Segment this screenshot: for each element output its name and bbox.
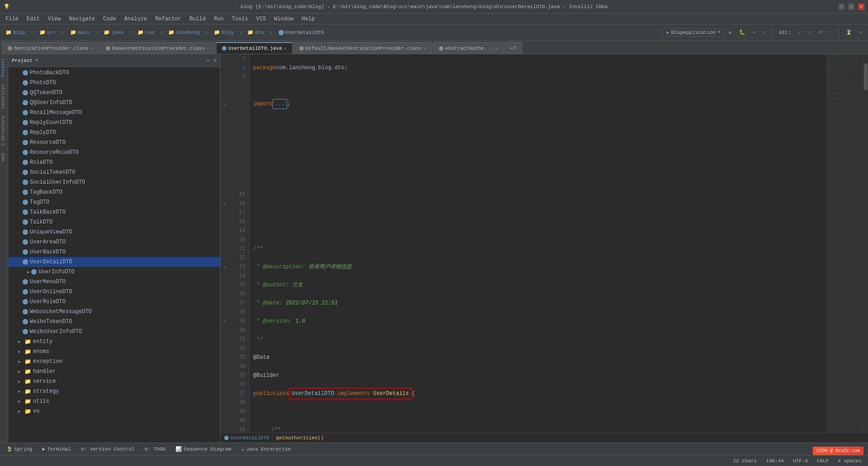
tree-item-weibouserinfodto[interactable]: WeiboUserInfoDTO bbox=[8, 327, 220, 337]
tree-item-tagbackdto[interactable]: TagBackDTO bbox=[8, 187, 220, 197]
scrollbar-thumb[interactable] bbox=[864, 63, 868, 90]
tree-item-userroledto[interactable]: UserRoleDTO bbox=[8, 297, 220, 307]
tree-item-userdetaildto[interactable]: UserDetailDTO bbox=[8, 257, 220, 267]
tab-more[interactable]: +7 bbox=[505, 42, 522, 54]
project-dropdown[interactable]: ▼ bbox=[35, 58, 38, 63]
tab-userdetail[interactable]: UserDetailDTO.java ✕ bbox=[216, 42, 292, 54]
status-chars[interactable]: 22 chars bbox=[730, 458, 760, 464]
tree-item-uniqueviewdto[interactable]: UniqueViewDTO bbox=[8, 227, 220, 237]
tab-defaultjaas[interactable]: DefaultJaasAuthenticationProvider.class … bbox=[293, 42, 432, 54]
tree-item-qqtokendto[interactable]: QQTokenDTO bbox=[8, 88, 220, 98]
tab-close-abstractauthe[interactable]: ✕ bbox=[495, 46, 498, 51]
history-button[interactable]: ⌛ bbox=[843, 28, 855, 37]
tree-folder-vo[interactable]: ▶ 📁 vo bbox=[8, 406, 220, 416]
tree-item-replydto[interactable]: ReplyDTO bbox=[8, 128, 220, 138]
bottom-tab-spring[interactable]: 🍃 Spring bbox=[2, 445, 37, 453]
tree-item-recallmessagedto[interactable]: RecallMessageDTO bbox=[8, 108, 220, 118]
tree-item-socialtokendto[interactable]: SocialTokenDTO bbox=[8, 167, 220, 177]
debug-button[interactable]: 🐛 bbox=[736, 28, 748, 37]
menu-item-analyze[interactable]: Analyze bbox=[121, 15, 151, 23]
minimap[interactable]: package com.lansheng.blog.dto; import ..… bbox=[826, 54, 863, 433]
toolbar-com[interactable]: 📁com bbox=[135, 28, 157, 37]
menu-item-vcs[interactable]: VCS bbox=[253, 15, 270, 23]
menu-item-view[interactable]: View bbox=[44, 15, 65, 23]
minimize-button[interactable]: ─ bbox=[838, 4, 844, 10]
tree-folder-utils[interactable]: ▶ 📁 utils bbox=[8, 396, 220, 406]
toolbar-blog2[interactable]: 📁blog bbox=[211, 28, 236, 37]
vcs-update[interactable]: ⟳ bbox=[816, 28, 826, 37]
vcs-push[interactable]: ↑ bbox=[827, 29, 836, 37]
tab-close-hentication[interactable]: ✕ bbox=[90, 46, 93, 51]
toolbar-main[interactable]: 📁main bbox=[67, 28, 92, 37]
tree-item-talkbackdto[interactable]: TalkBackDTO bbox=[8, 207, 220, 217]
tree-folder-handler[interactable]: ▶ 📁 handler bbox=[8, 366, 220, 376]
tree-folder-service[interactable]: ▶ 📁 service bbox=[8, 376, 220, 386]
menu-item-build[interactable]: Build bbox=[186, 15, 209, 23]
status-encoding[interactable]: UTF-8 bbox=[790, 458, 811, 464]
tab-close-dao[interactable]: ✕ bbox=[207, 46, 209, 51]
breadcrumb-method[interactable]: getAuthorities() bbox=[276, 435, 324, 441]
tree-item-userbackdto[interactable]: UserBackDTO bbox=[8, 247, 220, 257]
close-button[interactable]: ✕ bbox=[858, 4, 864, 10]
tree-item-useronlinedto[interactable]: UserOnlineDTO bbox=[8, 287, 220, 297]
status-line-sep[interactable]: CRLF bbox=[814, 458, 831, 464]
vcs-check1[interactable]: ✓ bbox=[796, 28, 804, 37]
toolbar-src[interactable]: 📁src bbox=[37, 28, 59, 37]
tree-item-resourceroledto[interactable]: ResourceRoleDTO bbox=[8, 147, 220, 157]
bottom-tab-vcs[interactable]: 9: Version Control bbox=[76, 445, 139, 453]
tree-item-usermenudto[interactable]: UserMenuDTO bbox=[8, 277, 220, 287]
tree-folder-exception[interactable]: ▶ 📁 exception bbox=[8, 357, 220, 366]
menu-item-window[interactable]: Window bbox=[270, 15, 297, 23]
menu-item-edit[interactable]: Edit bbox=[23, 15, 43, 23]
breadcrumb-class[interactable]: UserDetailDTO bbox=[231, 435, 269, 441]
run-button[interactable]: ▶ bbox=[726, 28, 735, 37]
tree-item-websocketmessagedto[interactable]: WebsocketMessageDTO bbox=[8, 307, 220, 317]
sidebar-favorites-tab[interactable]: Favorites bbox=[0, 81, 8, 112]
toolbar-blog[interactable]: 📁 Blog bbox=[3, 28, 28, 37]
project-settings[interactable]: ⚙ bbox=[213, 57, 217, 63]
tree-item-photobackdto[interactable]: PhotoBackDTO bbox=[8, 68, 220, 78]
bottom-tab-sequence[interactable]: 📊 Sequence Diagram bbox=[171, 445, 236, 453]
sidebar-project-tab[interactable]: Project bbox=[0, 54, 8, 81]
tab-dao[interactable]: DaoAuthenticationProvider.class ✕ bbox=[100, 42, 215, 54]
run-config[interactable]: ▶ BlogApplication ▼ bbox=[662, 29, 724, 37]
project-collapse-all[interactable]: ⟵ bbox=[207, 57, 210, 63]
tree-item-talkdto[interactable]: TalkDTO bbox=[8, 217, 220, 227]
tree-item-resourcedto[interactable]: ResourceDTO bbox=[8, 138, 220, 147]
menu-item-refactor[interactable]: Refactor bbox=[151, 15, 185, 23]
maximize-button[interactable]: □ bbox=[848, 4, 854, 10]
tree-item-qquserinfodto[interactable]: QQUserInfoDTO bbox=[8, 98, 220, 108]
bottom-tab-terminal[interactable]: ▶ Terminal bbox=[38, 445, 75, 453]
tree-item-socialuserinfodto[interactable]: SocialUserInfoDTO bbox=[8, 177, 220, 187]
tab-abstractauthe[interactable]: AbstractAuthe... ✕ bbox=[433, 42, 504, 54]
bottom-tab-todo[interactable]: 6: TODO bbox=[140, 445, 170, 453]
menu-item-navigate[interactable]: Navigate bbox=[65, 15, 99, 23]
toolbar-dto[interactable]: 📁dto bbox=[245, 28, 267, 37]
sidebar-structure-tab[interactable]: Z-Structure bbox=[0, 112, 8, 149]
bottom-tab-javaee[interactable]: ☕ Java Enterprise bbox=[237, 445, 296, 453]
tree-folder-strategy[interactable]: ▶ 📁 strategy bbox=[8, 386, 220, 396]
tree-item-userinfodto[interactable]: ▶ UserInfoDTO bbox=[8, 267, 220, 277]
tree-item-userareadto[interactable]: UserAreaDTO bbox=[8, 237, 220, 247]
coverage-button[interactable]: ☂ bbox=[750, 28, 759, 37]
tab-close-defaultjaas[interactable]: ✕ bbox=[424, 46, 426, 51]
toolbar-lansheng[interactable]: 📁lansheng bbox=[165, 28, 203, 37]
tree-item-photodto[interactable]: PhotoDTO bbox=[8, 78, 220, 88]
status-indent[interactable]: 4 spaces bbox=[835, 458, 864, 464]
profile-button[interactable]: ⚡ bbox=[760, 28, 769, 37]
menu-item-help[interactable]: Help bbox=[298, 15, 318, 23]
tab-hentication[interactable]: henticationProvider.class ✕ bbox=[2, 42, 99, 54]
menu-item-run[interactable]: Run bbox=[210, 15, 227, 23]
tree-item-tagdto[interactable]: TagDTO bbox=[8, 197, 220, 207]
code-content[interactable]: ⊕ ⊕ bbox=[221, 54, 868, 433]
menu-item-tools[interactable]: Tools bbox=[228, 15, 252, 23]
vcs-check2[interactable]: ✓ bbox=[806, 28, 814, 37]
tree-folder-enums[interactable]: ▶ 📁 enums bbox=[8, 347, 220, 357]
menu-item-code[interactable]: Code bbox=[99, 15, 120, 23]
menu-item-file[interactable]: File bbox=[2, 15, 22, 23]
tree-item-roledto[interactable]: RoleDTO bbox=[8, 157, 220, 167]
tree-folder-entity[interactable]: ▶ 📁 entity bbox=[8, 337, 220, 347]
undo-button[interactable]: ↩ bbox=[857, 28, 865, 37]
toolbar-java[interactable]: 📁java bbox=[101, 28, 126, 37]
tab-close-userdetail[interactable]: ✕ bbox=[284, 46, 287, 51]
